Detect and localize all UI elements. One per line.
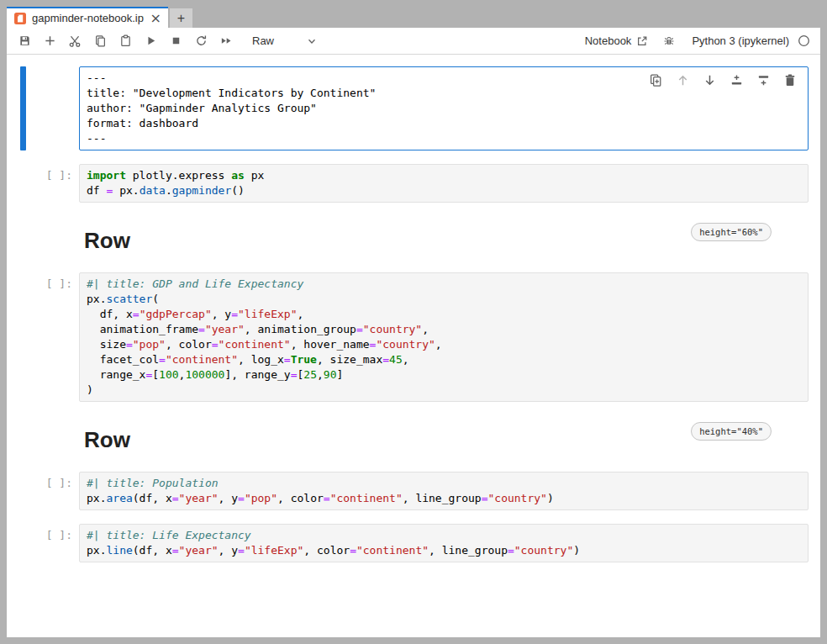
cell-type-dropdown[interactable]: Raw	[252, 34, 318, 47]
height-attribute-badge: height="40%"	[691, 422, 772, 441]
run-icon	[145, 34, 157, 47]
trash-icon	[783, 73, 797, 87]
cell-editor[interactable]: ---title: "Development Indicators by Con…	[79, 66, 809, 150]
kernel-status-circle-icon	[798, 34, 810, 47]
insert-cell-below-button[interactable]	[756, 72, 771, 87]
notebook-file-icon	[14, 13, 26, 24]
arrow-down-icon	[703, 73, 717, 87]
notebook-toolbar: Raw Notebook Python 3 (ipykernel)	[7, 28, 820, 55]
cut-cell-button[interactable]	[62, 29, 87, 52]
cell-editor[interactable]: #| title: GDP and Life Expectancypx.scat…	[79, 272, 809, 402]
cell-editor[interactable]: #| title: Populationpx.area(df, x="year"…	[79, 472, 809, 510]
notebook-label: Notebook	[585, 34, 632, 47]
cell-list: ---title: "Development Indicators by Con…	[79, 66, 809, 562]
tab-title: gapminder-notebook.ipynb	[32, 12, 144, 24]
insert-cell-above-button[interactable]	[729, 72, 744, 87]
cell-input-prompt: [ ]:	[7, 277, 72, 290]
arrow-up-icon	[676, 73, 690, 87]
interrupt-kernel-button[interactable]	[163, 29, 188, 52]
paste-cell-button[interactable]	[113, 29, 138, 52]
tab-close-icon[interactable]: ×	[150, 12, 161, 25]
duplicate-cell-button[interactable]	[648, 72, 663, 87]
paste-icon	[119, 34, 132, 47]
notebook-content-area[interactable]: ---title: "Development Indicators by Con…	[7, 55, 820, 637]
code-cell: [ ]:#| title: GDP and Life Expectancypx.…	[79, 272, 809, 402]
restart-icon	[195, 34, 208, 47]
height-attribute-badge: height="60%"	[691, 223, 772, 241]
cell-toolbar	[648, 72, 798, 87]
move-cell-down-button[interactable]	[702, 72, 717, 87]
row-heading: Row	[84, 229, 130, 253]
bug-icon	[663, 35, 675, 47]
fast-forward-icon	[219, 34, 233, 47]
cell-collapser[interactable]	[20, 66, 26, 150]
code-cell: [ ]:#| title: Life Expectancypx.line(df,…	[79, 524, 809, 562]
insert-cell-button[interactable]	[37, 29, 62, 52]
stop-icon	[170, 34, 182, 47]
toolbar-button-group	[12, 29, 239, 52]
row-heading: Row	[84, 428, 130, 452]
markdown-cell[interactable]: Rowheight="40%"	[79, 422, 809, 457]
kernel-name: Python 3 (ipykernel)	[692, 34, 789, 47]
chevron-down-icon	[306, 35, 318, 47]
markdown-cell[interactable]: Rowheight="60%"	[79, 223, 809, 258]
duplicate-icon	[649, 73, 663, 87]
save-button[interactable]	[12, 29, 37, 52]
code-cell: [ ]:#| title: Populationpx.area(df, x="y…	[79, 472, 809, 510]
cell-editor[interactable]: #| title: Life Expectancypx.line(df, x="…	[79, 524, 809, 562]
external-link-icon	[636, 35, 648, 47]
cell-type-value: Raw	[252, 34, 274, 47]
raw-cell: ---title: "Development Indicators by Con…	[79, 66, 809, 150]
copy-icon	[94, 34, 107, 47]
cell-input-prompt: [ ]:	[7, 529, 72, 541]
cell-editor[interactable]: import plotly.express as pxdf = px.data.…	[79, 164, 809, 203]
insert-above-icon	[730, 73, 744, 87]
code-cell: [ ]:import plotly.express as pxdf = px.d…	[79, 164, 809, 203]
toolbar-right: Notebook Python 3 (ipykernel)	[585, 34, 810, 47]
cell-input-prompt: [ ]:	[7, 169, 72, 182]
restart-kernel-button[interactable]	[188, 29, 213, 52]
add-icon	[44, 34, 56, 47]
restart-run-all-button[interactable]	[213, 29, 239, 52]
run-cell-button[interactable]	[138, 29, 163, 52]
tab-gapminder-notebook[interactable]: gapminder-notebook.ipynb ×	[7, 7, 168, 28]
cell-input-prompt: [ ]:	[7, 477, 72, 489]
cut-icon	[68, 34, 82, 48]
tab-bar: gapminder-notebook.ipynb × +	[7, 7, 820, 28]
open-in-notebook-button[interactable]: Notebook	[585, 34, 649, 47]
jupyterlab-window: gapminder-notebook.ipynb × + Raw Noteboo…	[7, 7, 820, 637]
delete-cell-button[interactable]	[782, 72, 798, 87]
new-tab-button[interactable]: +	[170, 8, 192, 28]
debugger-button[interactable]	[663, 35, 675, 47]
save-icon	[18, 34, 31, 47]
copy-cell-button[interactable]	[87, 29, 113, 52]
move-cell-up-button	[675, 72, 690, 87]
insert-below-icon	[756, 73, 771, 87]
